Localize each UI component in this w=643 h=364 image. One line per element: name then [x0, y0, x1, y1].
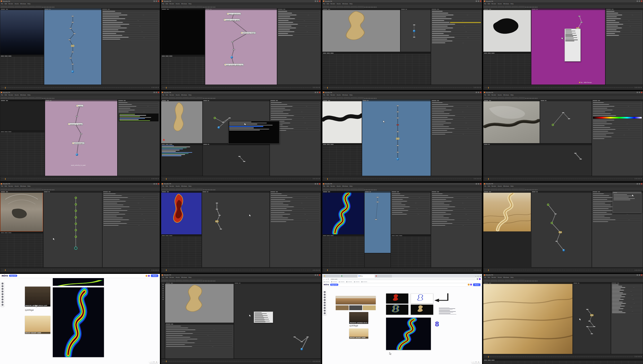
template-icon[interactable]	[324, 294, 326, 296]
menu-render[interactable]: Render	[492, 185, 496, 187]
shelf-icon[interactable]	[208, 98, 209, 99]
shelf-icon[interactable]	[211, 7, 212, 8]
menu-row[interactable]	[255, 320, 265, 320]
zoom-out-button[interactable]: −	[473, 361, 474, 363]
parameter-field[interactable]	[632, 307, 642, 308]
shelf-tab[interactable]	[357, 97, 364, 99]
board-item-sand[interactable]: BRIGHT DESERT SAND	[25, 316, 51, 334]
miro-canvas[interactable]: MASSIVE LAYERED ROCK CLIFFsjzkfegaBRIGHT…	[322, 287, 482, 364]
shelf-icon[interactable]	[527, 7, 528, 8]
shelf-icon[interactable]	[205, 7, 206, 8]
node[interactable]	[397, 111, 399, 112]
parameter-field[interactable]	[449, 35, 481, 36]
menu-assets[interactable]: Assets	[336, 185, 341, 187]
parameter-field[interactable]	[611, 127, 642, 128]
menu-edit[interactable]: Edit	[327, 185, 329, 187]
parameter-field[interactable]	[130, 24, 159, 25]
board-item-thumbred[interactable]	[386, 293, 408, 304]
menu-row[interactable]	[565, 40, 578, 40]
parameter-field[interactable]	[448, 130, 481, 131]
parameter-field[interactable]	[444, 33, 481, 34]
shelf-tab[interactable]	[182, 280, 189, 282]
node[interactable]	[377, 197, 379, 198]
parameter-pane[interactable]	[391, 191, 431, 235]
pen-icon[interactable]	[324, 304, 326, 306]
close-button[interactable]	[158, 1, 159, 2]
shelf-tab[interactable]	[182, 97, 189, 99]
parameter-field[interactable]	[305, 20, 320, 21]
parameter-field[interactable]	[304, 117, 320, 118]
parameter-field[interactable]	[621, 31, 631, 32]
menu-windows[interactable]: Windows	[20, 94, 26, 96]
shelf-icon[interactable]	[528, 189, 530, 190]
parameter-field[interactable]	[605, 138, 642, 139]
frame-icon[interactable]	[324, 310, 326, 312]
menu-help[interactable]: Help	[510, 3, 513, 5]
upload-icon[interactable]	[324, 312, 326, 314]
shelf-icon[interactable]	[536, 98, 537, 99]
shelf-icon[interactable]	[532, 98, 533, 99]
shelf-tab[interactable]	[511, 6, 518, 8]
shelf-tab[interactable]	[498, 6, 504, 8]
shelf-tab[interactable]	[196, 189, 203, 191]
shelf-icon[interactable]	[47, 189, 48, 190]
shelf-icon[interactable]	[44, 189, 45, 190]
network-editor[interactable]	[234, 282, 321, 359]
shelf-tab[interactable]	[491, 280, 497, 282]
spreadsheet-pane[interactable]	[0, 55, 44, 85]
parameter-field[interactable]	[606, 111, 623, 112]
minimize-button[interactable]	[315, 274, 316, 276]
minimize-button[interactable]: —	[475, 275, 476, 277]
node[interactable]	[294, 336, 296, 337]
shelf-tab[interactable]	[491, 6, 497, 8]
parameter-field[interactable]	[126, 214, 142, 215]
parameter-pane[interactable]	[592, 99, 643, 176]
node[interactable]	[590, 333, 593, 334]
shelf-icon[interactable]	[366, 7, 367, 8]
parameter-field[interactable]	[453, 132, 481, 133]
shelf-icon[interactable]	[371, 7, 372, 8]
parameter-field[interactable]	[627, 293, 642, 295]
parameter-pane[interactable]	[102, 8, 160, 85]
parameter-field[interactable]	[213, 346, 233, 347]
network-editor[interactable]: layer_adjustmentsmooth_adjust_gridsremov…	[205, 8, 277, 85]
menu-file[interactable]: File	[323, 3, 325, 5]
parameter-field[interactable]	[631, 291, 642, 292]
viewport-heatmap[interactable]	[322, 191, 365, 235]
parameter-field[interactable]	[283, 216, 320, 217]
playback-button[interactable]	[635, 87, 636, 88]
node[interactable]	[75, 203, 77, 205]
shelf-icon[interactable]	[530, 189, 531, 190]
menu-edit[interactable]: Edit	[166, 277, 168, 278]
node[interactable]	[559, 232, 561, 233]
parameter-field[interactable]	[193, 333, 233, 334]
shelf-icon[interactable]	[372, 7, 373, 8]
node[interactable]	[231, 41, 234, 42]
parameter-field[interactable]	[120, 199, 159, 200]
playhead[interactable]	[166, 87, 167, 89]
spreadsheet-pane[interactable]	[161, 143, 203, 176]
menu-windows[interactable]: Windows	[342, 3, 348, 5]
timeline-track[interactable]	[162, 361, 312, 362]
board-item-big8[interactable]: 8	[435, 321, 448, 330]
bookmark-item[interactable]	[324, 281, 330, 282]
parameter-field[interactable]	[622, 304, 642, 305]
menu-windows[interactable]: Windows	[503, 277, 509, 278]
parameter-field[interactable]	[468, 219, 481, 220]
node[interactable]	[375, 219, 377, 220]
playback-button[interactable]	[639, 87, 640, 88]
playback-button[interactable]	[639, 178, 640, 179]
parameter-field[interactable]	[408, 201, 430, 202]
parameter-field[interactable]	[307, 197, 320, 198]
timeline-playbar[interactable]	[161, 267, 321, 273]
network-editor[interactable]	[362, 99, 431, 176]
playback-button[interactable]	[313, 87, 314, 88]
maximize-button[interactable]	[639, 274, 640, 276]
parameter-field[interactable]	[445, 203, 462, 204]
parameter-field[interactable]	[405, 208, 417, 209]
node[interactable]	[397, 152, 399, 153]
shelf-tab[interactable]	[176, 189, 182, 191]
node[interactable]	[75, 223, 77, 225]
shelf-icon[interactable]	[375, 98, 377, 99]
node[interactable]	[73, 33, 76, 34]
